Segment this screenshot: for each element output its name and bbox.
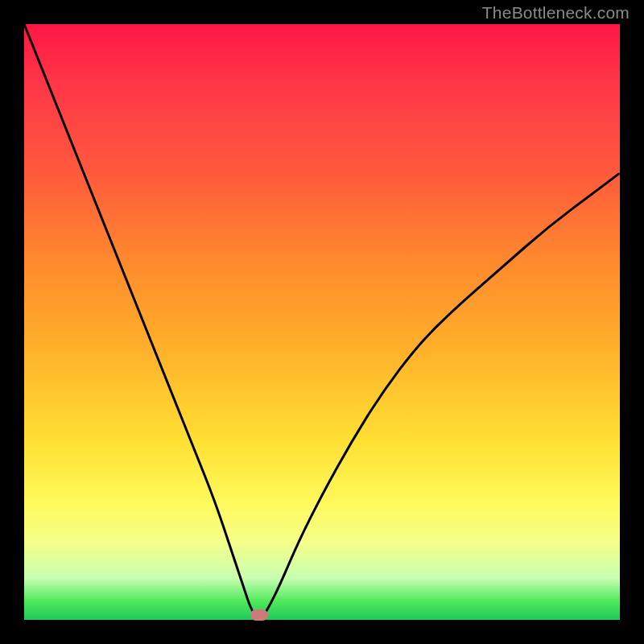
bottleneck-curve (24, 24, 620, 617)
curve-svg (24, 24, 620, 620)
watermark-text: TheBottleneck.com (482, 3, 630, 23)
plot-area (24, 24, 620, 620)
chart-frame: TheBottleneck.com (0, 0, 644, 644)
optimal-marker (250, 609, 268, 621)
